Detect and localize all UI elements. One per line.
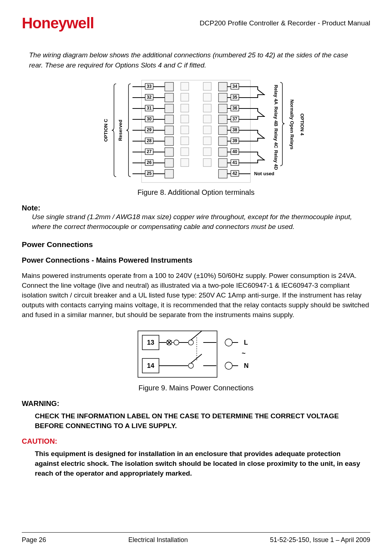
svg-rect-14 <box>219 126 227 135</box>
svg-text:OPTION 4: OPTION 4 <box>299 114 305 136</box>
svg-rect-4 <box>165 115 173 124</box>
footer-page: Page 26 <box>22 536 46 544</box>
note-body: Use single strand (1.2mm / AWG18 max siz… <box>32 212 363 231</box>
heading-mains-powered: Power Connections - Mains Powered Instru… <box>22 256 370 264</box>
svg-rect-2 <box>165 93 173 102</box>
svg-text:39: 39 <box>232 138 237 143</box>
svg-text:28: 28 <box>147 138 152 143</box>
logo: Honeywell <box>22 15 94 32</box>
svg-text:42: 42 <box>232 171 237 176</box>
footer-section: Electrical Installation <box>128 536 188 544</box>
svg-rect-28 <box>203 93 211 101</box>
caution-body: This equipment is designed for installat… <box>35 449 363 478</box>
svg-text:41: 41 <box>232 160 237 165</box>
caution-label: CAUTION: <box>22 437 370 446</box>
svg-rect-16 <box>219 148 227 156</box>
svg-rect-6 <box>165 137 173 145</box>
svg-text:27: 27 <box>147 149 152 154</box>
svg-rect-19 <box>181 82 189 90</box>
footer-docinfo: 51-52-25-150, Issue 1 – April 2009 <box>270 536 370 544</box>
svg-text:37: 37 <box>232 116 237 122</box>
figure-8: 33 32 31 30 29 28 27 26 25 34 35 36 37 3… <box>22 77 370 197</box>
figure-8-caption: Figure 8. Additional Option terminals <box>22 188 370 197</box>
svg-rect-27 <box>203 82 211 90</box>
svg-rect-26 <box>181 159 189 167</box>
mains-power-diagram-icon: 13 L ~ 14 N <box>131 327 261 382</box>
svg-text:N: N <box>244 362 249 369</box>
svg-rect-7 <box>165 148 173 156</box>
figure-9: 13 L ~ 14 N Figure 9. Mains Power Connec… <box>22 327 370 392</box>
svg-rect-17 <box>219 159 227 167</box>
svg-rect-3 <box>165 104 173 113</box>
svg-text:Reserved: Reserved <box>118 120 123 141</box>
svg-text:Relay 4A: Relay 4A <box>273 85 279 105</box>
svg-rect-1 <box>165 82 173 91</box>
svg-rect-11 <box>219 93 227 102</box>
svg-text:14: 14 <box>147 362 154 369</box>
document-title: DCP200 Profile Controller & Recorder - P… <box>200 19 370 27</box>
svg-rect-20 <box>181 93 189 101</box>
svg-rect-21 <box>181 104 189 112</box>
heading-power-connections: Power Connections <box>22 240 370 249</box>
svg-rect-25 <box>181 148 189 156</box>
mains-paragraph: Mains powered instruments operate from a… <box>22 271 370 320</box>
page-header: Honeywell DCP200 Profile Controller & Re… <box>22 15 370 32</box>
svg-text:Normally Open Relays: Normally Open Relays <box>289 99 295 149</box>
svg-text:~: ~ <box>242 350 246 357</box>
svg-text:L: L <box>244 339 248 346</box>
svg-point-121 <box>225 362 232 369</box>
svg-rect-13 <box>219 115 227 124</box>
svg-text:29: 29 <box>147 127 152 132</box>
svg-text:30: 30 <box>147 116 152 122</box>
svg-text:35: 35 <box>232 95 237 100</box>
svg-rect-31 <box>203 126 211 134</box>
svg-text:25: 25 <box>147 171 152 176</box>
svg-text:13: 13 <box>147 339 154 346</box>
svg-text:Not used: Not used <box>254 171 274 176</box>
svg-text:Relay 4C: Relay 4C <box>273 128 279 149</box>
svg-text:36: 36 <box>232 106 237 111</box>
svg-rect-18 <box>219 169 227 178</box>
svg-rect-34 <box>203 159 211 167</box>
svg-text:Relay 4B: Relay 4B <box>273 107 279 127</box>
svg-text:26: 26 <box>147 160 152 165</box>
wiring-diagram-icon: 33 32 31 30 29 28 27 26 25 34 35 36 37 3… <box>73 77 319 186</box>
warning-label: WARNING: <box>22 399 370 408</box>
svg-rect-8 <box>165 159 173 167</box>
svg-rect-12 <box>219 104 227 113</box>
svg-text:34: 34 <box>232 84 237 89</box>
warning-body: CHECK THE INFORMATION LABEL ON THE CASE … <box>35 411 363 431</box>
svg-rect-23 <box>181 126 189 134</box>
svg-text:31: 31 <box>147 106 152 111</box>
svg-text:32: 32 <box>147 95 152 100</box>
svg-rect-9 <box>165 169 173 178</box>
svg-rect-29 <box>203 104 211 112</box>
page-footer: Page 26 Electrical Installation 51-52-25… <box>22 532 370 544</box>
note-label: Note: <box>22 204 370 212</box>
svg-rect-22 <box>181 115 189 123</box>
svg-rect-24 <box>181 137 189 145</box>
intro-paragraph: The wiring diagram below shows the addit… <box>29 50 363 70</box>
svg-text:40: 40 <box>232 149 237 154</box>
figure-9-caption: Figure 9. Mains Power Connections <box>22 384 370 392</box>
note-block: Note: Use single strand (1.2mm / AWG18 m… <box>22 204 370 231</box>
svg-text:OPTION C: OPTION C <box>103 119 109 141</box>
svg-rect-15 <box>219 137 227 145</box>
svg-rect-30 <box>203 115 211 123</box>
svg-rect-33 <box>203 148 211 156</box>
svg-text:38: 38 <box>232 127 237 132</box>
svg-point-111 <box>225 339 232 346</box>
svg-rect-5 <box>165 126 173 135</box>
svg-text:Relay 4D: Relay 4D <box>273 150 279 170</box>
svg-rect-10 <box>219 82 227 91</box>
svg-rect-32 <box>203 137 211 145</box>
svg-text:33: 33 <box>147 84 152 89</box>
